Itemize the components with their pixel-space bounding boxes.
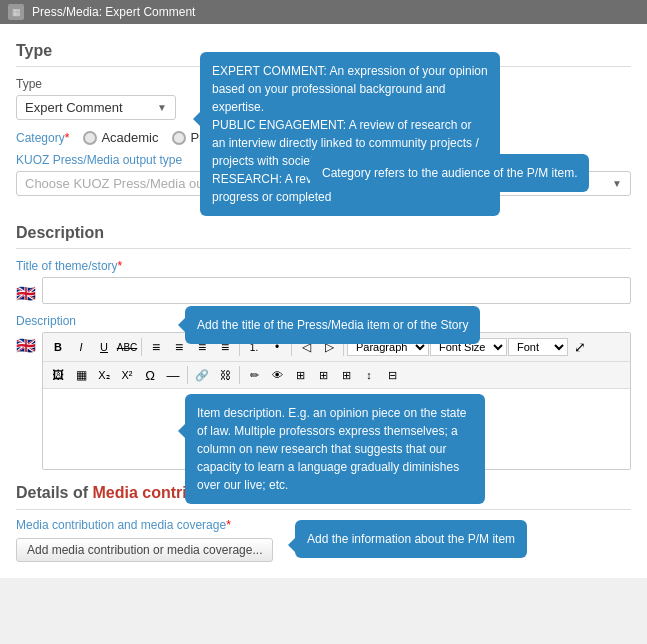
toolbar-strikethrough[interactable]: ABC xyxy=(116,336,138,358)
category-label: Category* xyxy=(16,131,69,145)
toolbar-sep-1 xyxy=(141,338,142,356)
toolbar-more1[interactable]: ⊞ xyxy=(289,364,311,386)
window-title: Press/Media: Expert Comment xyxy=(32,5,195,19)
toolbar-more3[interactable]: ⊞ xyxy=(335,364,357,386)
type-select-arrow: ▼ xyxy=(157,102,167,113)
radio-academic[interactable]: Academic xyxy=(83,130,158,145)
tooltip-media: Add the information about the P/M item xyxy=(295,520,527,558)
toolbar-more2[interactable]: ⊞ xyxy=(312,364,334,386)
kuoz-arrow: ▼ xyxy=(612,178,622,189)
toolbar-underline[interactable]: U xyxy=(93,336,115,358)
desc-flag-uk: 🇬🇧 xyxy=(16,336,36,355)
desc-label: Description xyxy=(16,314,76,328)
radio-label-academic: Academic xyxy=(101,130,158,145)
toolbar-more5[interactable]: ⊟ xyxy=(381,364,403,386)
radio-circle-professional xyxy=(172,131,186,145)
toolbar-line[interactable]: — xyxy=(162,364,184,386)
toolbar-italic[interactable]: I xyxy=(70,336,92,358)
toolbar-align-left[interactable]: ≡ xyxy=(145,336,167,358)
editor-toolbar-2: 🖼 ▦ X₂ X² Ω — 🔗 ⛓ ✏ 👁 ⊞ ⊞ ⊞ xyxy=(43,362,630,389)
toolbar-font-select[interactable]: Font xyxy=(508,338,568,356)
tooltip-category-text: Category refers to the audience of the P… xyxy=(322,166,577,180)
details-title-prefix: Details of xyxy=(16,484,92,501)
toolbar-sep-5 xyxy=(187,366,188,384)
toolbar-edit[interactable]: ✏ xyxy=(243,364,265,386)
toolbar-fullscreen[interactable]: ⤢ xyxy=(569,336,591,358)
tooltip-title-text: Add the title of the Press/Media item or… xyxy=(197,318,468,332)
toolbar-subscript[interactable]: X₂ xyxy=(93,364,115,386)
toolbar-superscript[interactable]: X² xyxy=(116,364,138,386)
description-section: Description Title of theme/story* 🇬🇧 Add… xyxy=(16,214,631,470)
toolbar-image[interactable]: 🖼 xyxy=(47,364,69,386)
toolbar-link[interactable]: 🔗 xyxy=(191,364,213,386)
category-required-star: * xyxy=(65,131,70,145)
media-required: * xyxy=(226,518,231,532)
tooltip-media-text: Add the information about the P/M item xyxy=(307,532,515,546)
title-required: * xyxy=(118,259,123,273)
toolbar-more4[interactable]: ↕ xyxy=(358,364,380,386)
toolbar-unlink[interactable]: ⛓ xyxy=(214,364,236,386)
toolbar-omega[interactable]: Ω xyxy=(139,364,161,386)
toolbar-preview[interactable]: 👁 xyxy=(266,364,288,386)
tooltip-category: Category refers to the audience of the P… xyxy=(310,154,589,192)
tooltip-desc: Item description. E.g. an opinion piece … xyxy=(185,394,485,504)
type-select[interactable]: Expert Comment ▼ xyxy=(16,95,176,120)
title-input[interactable] xyxy=(42,277,631,304)
title-field-label: Title of theme/story xyxy=(16,259,118,273)
tooltip-desc-text: Item description. E.g. an opinion piece … xyxy=(197,406,467,492)
tooltip-title: Add the title of the Press/Media item or… xyxy=(185,306,480,344)
flag-uk: 🇬🇧 xyxy=(16,284,36,303)
radio-circle-academic xyxy=(83,131,97,145)
toolbar-sep-6 xyxy=(239,366,240,384)
window-bar: ▦ Press/Media: Expert Comment xyxy=(0,0,647,24)
toolbar-table[interactable]: ▦ xyxy=(70,364,92,386)
add-media-button[interactable]: Add media contribution or media coverage… xyxy=(16,538,273,562)
window-icon: ▦ xyxy=(8,4,24,20)
description-section-title: Description xyxy=(16,214,631,249)
title-field-row: Title of theme/story* 🇬🇧 xyxy=(16,259,631,304)
toolbar-bold[interactable]: B xyxy=(47,336,69,358)
type-select-value: Expert Comment xyxy=(25,100,123,115)
